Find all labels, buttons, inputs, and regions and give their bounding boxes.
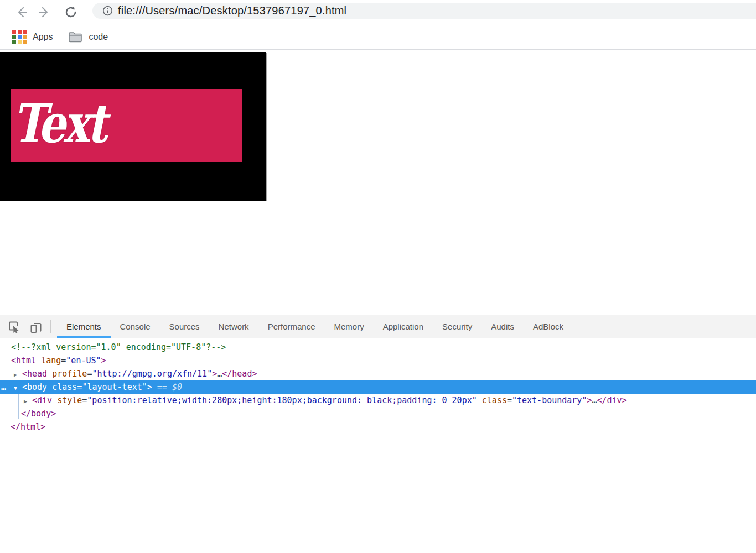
- browser-toolbar: file:///Users/mac/Desktop/1537967197_0.h…: [0, 0, 756, 24]
- devtools-tab-console[interactable]: Console: [111, 315, 160, 338]
- devtools-tab-audits[interactable]: Audits: [481, 315, 524, 338]
- devtools-tab-elements[interactable]: Elements: [57, 315, 111, 338]
- page-info-icon[interactable]: [102, 6, 113, 16]
- dom-node[interactable]: ▶<div style="position:relative;width:280…: [0, 394, 756, 407]
- url-text[interactable]: file:///Users/mac/Desktop/1537967197_0.h…: [118, 4, 346, 17]
- code-token-plain: …: [592, 395, 597, 405]
- reload-icon[interactable]: [63, 4, 79, 20]
- code-token-val: "layout-text": [82, 382, 147, 392]
- devtools-panel: ElementsConsoleSourcesNetworkPerformance…: [0, 314, 756, 553]
- inspect-element-icon[interactable]: [7, 320, 21, 334]
- bookmark-code-label: code: [89, 32, 108, 42]
- devtools-tab-application[interactable]: Application: [374, 315, 433, 338]
- devtools-tab-network[interactable]: Network: [209, 315, 258, 338]
- back-icon[interactable]: [13, 4, 29, 20]
- code-token-plain: =: [82, 395, 87, 405]
- bookmark-apps-label: Apps: [33, 32, 53, 42]
- code-token-tag: >: [212, 369, 217, 379]
- code-token-attr: lang: [36, 356, 61, 366]
- code-token-val: "text-boundary": [512, 395, 587, 405]
- code-token-val: "en-US": [66, 356, 101, 366]
- devtools-toolbar: ElementsConsoleSourcesNetworkPerformance…: [0, 315, 756, 338]
- code-token-val: "http://gmpg.org/xfn/11": [92, 369, 212, 379]
- pink-banner-box: Text: [11, 89, 242, 162]
- devtools-tab-security[interactable]: Security: [433, 315, 481, 338]
- dom-node-selected[interactable]: …▼<body class="layout-text"> == $0: [0, 380, 756, 394]
- code-token-tag: </div>: [597, 395, 627, 405]
- dom-node[interactable]: ▶<head profile="http://gmpg.org/xfn/11">…: [0, 367, 756, 380]
- code-token-tag: <html: [11, 356, 36, 366]
- code-token-attr: class: [47, 382, 77, 392]
- address-bar[interactable]: file:///Users/mac/Desktop/1537967197_0.h…: [92, 3, 756, 19]
- code-token-comment: <!--?xml version="1.0" encoding="UTF-8"?…: [11, 342, 226, 352]
- dom-node[interactable]: </html>: [0, 420, 756, 434]
- code-token-tag: </html>: [11, 422, 45, 432]
- code-token-tag: >: [147, 382, 152, 392]
- dom-node[interactable]: <!--?xml version="1.0" encoding="UTF-8"?…: [0, 341, 756, 354]
- code-token-attr: style: [52, 395, 82, 405]
- devtools-tab-performance[interactable]: Performance: [258, 315, 325, 338]
- code-token-val: "position:relative;width:280px;height:18…: [87, 395, 477, 405]
- code-token-tag: >: [101, 356, 106, 366]
- code-token-tag: </body>: [21, 409, 56, 419]
- code-token-attr: class: [477, 395, 507, 405]
- code-token-tag: <head: [22, 369, 47, 379]
- code-token-tag: <body: [22, 382, 47, 392]
- forward-icon[interactable]: [37, 4, 53, 20]
- bookmark-folder-code[interactable]: code: [68, 31, 108, 43]
- devtools-tab-sources[interactable]: Sources: [160, 315, 209, 338]
- elements-dom-tree: <!--?xml version="1.0" encoding="UTF-8"?…: [0, 338, 756, 553]
- code-token-plain: …: [217, 369, 222, 379]
- bookmarks-bar: Apps code: [0, 24, 756, 50]
- gutter-overflow-dots[interactable]: …: [1, 380, 14, 394]
- device-toolbar-icon[interactable]: [29, 320, 43, 334]
- bookmark-apps[interactable]: Apps: [12, 30, 53, 44]
- page-viewport: Text: [0, 50, 756, 314]
- code-token-eq: ==: [152, 382, 172, 392]
- banner-text: Text: [13, 87, 105, 160]
- expander-open-icon[interactable]: ▼: [14, 382, 22, 395]
- devtools-tab-memory[interactable]: Memory: [325, 315, 374, 338]
- code-token-tag: </head>: [222, 369, 257, 379]
- devtools-tab-adblock[interactable]: AdBlock: [524, 315, 573, 338]
- code-token-attr: profile: [47, 369, 87, 379]
- expander-closed-icon[interactable]: ▶: [24, 395, 32, 408]
- devtools-tabs: ElementsConsoleSourcesNetworkPerformance…: [57, 315, 573, 338]
- code-token-dollar: $0: [172, 382, 182, 392]
- black-banner-box: Text: [0, 52, 266, 201]
- dom-node[interactable]: </body>: [0, 407, 756, 420]
- code-token-plain: =: [61, 356, 66, 366]
- code-token-tag: <div: [32, 395, 52, 405]
- toolbar-separator: [50, 320, 51, 333]
- dom-node[interactable]: <html lang="en-US">: [0, 354, 756, 367]
- apps-grid-icon: [12, 30, 27, 44]
- expander-closed-icon[interactable]: ▶: [14, 368, 22, 382]
- folder-icon: [68, 31, 82, 43]
- code-token-plain: =: [507, 395, 512, 405]
